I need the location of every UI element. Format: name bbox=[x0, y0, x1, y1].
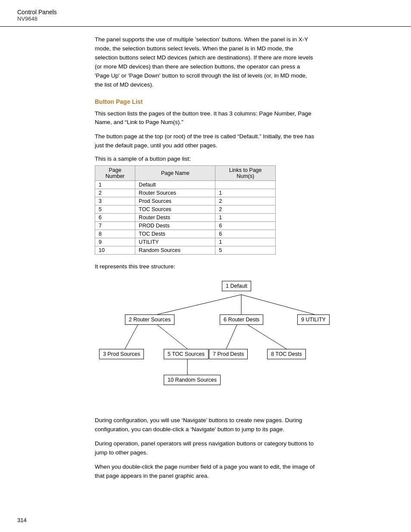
section-para3: During configuration, you will use ‘Navi… bbox=[95, 416, 316, 434]
header-subtitle: NV9648 bbox=[17, 16, 394, 22]
table-cell: 2 bbox=[215, 197, 276, 205]
table-cell: 1 bbox=[215, 189, 276, 197]
table-cell: Random Sources bbox=[135, 246, 215, 255]
table-cell: 5 bbox=[215, 246, 276, 255]
table-cell: 3 bbox=[95, 197, 135, 205]
header: Control Panels NV9648 bbox=[0, 0, 411, 27]
main-content: The panel supports the use of multiple '… bbox=[0, 27, 411, 512]
node-default: 1 Default bbox=[222, 281, 251, 291]
table-cell: Router Dests bbox=[135, 214, 215, 222]
table-cell: 10 bbox=[95, 246, 135, 255]
col-header-page-number: Page Number bbox=[95, 166, 135, 181]
table-cell: 6 bbox=[95, 214, 135, 222]
table-row: 6Router Dests1 bbox=[95, 214, 276, 222]
table-cell: 1 bbox=[95, 181, 135, 189]
table-cell: UTILITY bbox=[135, 238, 215, 246]
table-cell: PROD Dests bbox=[135, 222, 215, 230]
tree-diagram: 1 Default 2 Router Sources 6 Router Dest… bbox=[95, 277, 316, 406]
section-para4: During operation, panel operators will p… bbox=[95, 439, 316, 457]
table-cell: Prod Sources bbox=[135, 197, 215, 205]
section-para1: This section lists the pages of the butt… bbox=[95, 109, 316, 128]
table-cell: 5 bbox=[95, 205, 135, 214]
sample-label: This is a sample of a button page list: bbox=[95, 156, 316, 162]
footer: 314 bbox=[0, 512, 411, 532]
table-row: 1Default bbox=[95, 181, 276, 189]
svg-line-5 bbox=[226, 325, 237, 349]
node-random-sources: 10 Random Sources bbox=[164, 375, 221, 385]
table-cell: 2 bbox=[215, 205, 276, 214]
table-cell: 6 bbox=[215, 230, 276, 238]
svg-line-3 bbox=[125, 325, 138, 349]
node-prod-sources: 3 Prod Sources bbox=[99, 349, 144, 359]
table-cell: 9 bbox=[95, 238, 135, 246]
table-row: 5TOC Sources2 bbox=[95, 205, 276, 214]
node-toc-sources: 5 TOC Sources bbox=[164, 349, 209, 359]
table-row: 9UTILITY1 bbox=[95, 238, 276, 246]
table-cell: Router Sources bbox=[135, 189, 215, 197]
col-header-page-name: Page Name bbox=[135, 166, 215, 181]
table-cell: 8 bbox=[95, 230, 135, 238]
table-row: 7PROD Dests6 bbox=[95, 222, 276, 230]
table-row: 8TOC Dests6 bbox=[95, 230, 276, 238]
header-title: Control Panels bbox=[17, 9, 394, 16]
button-page-table: Page Number Page Name Links to Page Num(… bbox=[95, 165, 276, 255]
section-para2: The button page at the top (or root) of … bbox=[95, 132, 316, 150]
page-container: Control Panels NV9648 The panel supports… bbox=[0, 0, 411, 532]
svg-line-0 bbox=[157, 295, 241, 314]
node-toc-dests: 8 TOC Dests bbox=[267, 349, 306, 359]
table-cell: 6 bbox=[215, 222, 276, 230]
table-cell bbox=[215, 181, 276, 189]
page-number: 314 bbox=[17, 517, 27, 523]
table-cell: TOC Dests bbox=[135, 230, 215, 238]
col-header-links: Links to Page Num(s) bbox=[215, 166, 276, 181]
table-cell: 1 bbox=[215, 238, 276, 246]
table-cell: TOC Sources bbox=[135, 205, 215, 214]
intro-paragraph: The panel supports the use of multiple '… bbox=[95, 35, 316, 90]
svg-line-2 bbox=[241, 295, 314, 314]
table-cell: Default bbox=[135, 181, 215, 189]
table-cell: 2 bbox=[95, 189, 135, 197]
table-row: 10Random Sources5 bbox=[95, 246, 276, 255]
section-heading: Button Page List bbox=[95, 98, 316, 105]
tree-svg bbox=[95, 277, 316, 406]
section-para5: When you double-click the page number fi… bbox=[95, 463, 316, 481]
table-cell: 7 bbox=[95, 222, 135, 230]
table-cell: 1 bbox=[215, 214, 276, 222]
tree-label: It represents this tree structure: bbox=[95, 263, 316, 270]
table-row: 3Prod Sources2 bbox=[95, 197, 276, 205]
svg-line-6 bbox=[248, 325, 286, 349]
table-row: 2Router Sources1 bbox=[95, 189, 276, 197]
svg-line-4 bbox=[157, 325, 187, 349]
node-router-dests: 6 Router Dests bbox=[220, 314, 263, 325]
node-router-sources: 2 Router Sources bbox=[125, 314, 174, 325]
node-prod-dests: 7 Prod Dests bbox=[209, 349, 248, 359]
node-utility: 9 UTILITY bbox=[297, 314, 330, 325]
